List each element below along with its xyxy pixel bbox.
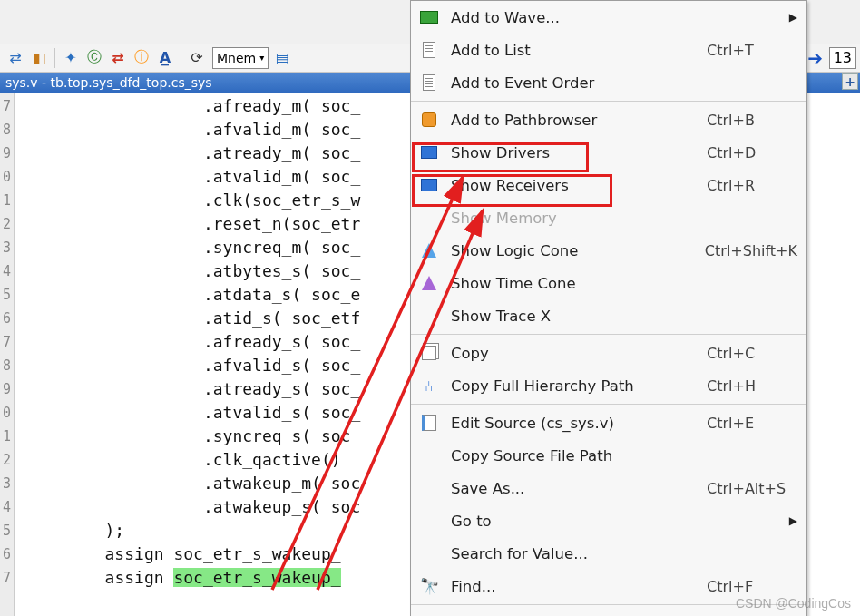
tool-icon-5[interactable]: ⇄ [108,48,128,68]
find-icon: 🔭 [416,573,442,599]
gutter-line: 2 [0,212,14,236]
gutter-line: 7 [0,94,14,118]
empty-icon [416,443,442,468]
menu-item-label: Add to Pathbrowser [451,112,698,129]
menu-item-show-logic-cone[interactable]: Show Logic ConeCtrl+Shift+K [411,234,806,267]
menu-item-label: Find... [451,578,698,595]
gutter-line: 8 [0,354,14,377]
menu-separator [411,334,806,335]
menu-item-save-as[interactable]: Save As...Ctrl+Alt+S [411,472,806,504]
menu-item-copy-full-hierarchy-path[interactable]: ⑃Copy Full Hierarchy PathCtrl+H [411,369,806,402]
toolbar-separator [54,48,55,68]
mnemonic-combo[interactable]: Mnem ▾ [212,47,269,69]
menu-item-shortcut: Ctrl+T [707,42,797,59]
tool-icon-1[interactable]: ⇄ [5,48,25,68]
menu-item-shortcut: Ctrl+E [707,415,797,432]
watermark: CSDN @CodingCos [736,596,851,611]
gutter-line: 3 [0,236,14,259]
gutter-line: 3 [0,472,14,495]
list-icon [416,37,442,63]
mnemonic-combo-value: Mnem [217,51,256,65]
file-path: sys.v - tb.top.sys_dfd_top.cs_sys [5,75,212,90]
menu-item-add-to-wave[interactable]: Add to Wave...▶ [411,1,806,34]
menu-item-shortcut: Ctrl+Shift+K [705,242,797,259]
empty-icon [416,205,442,230]
line-number-value: 13 [834,49,852,66]
gutter-line: 4 [0,495,14,519]
menu-item-label: Go to [451,513,780,530]
menu-item-copy-source-file-path[interactable]: Copy Source File Path [411,439,806,472]
gutter-line: 0 [0,401,14,425]
event-icon [416,70,442,95]
menu-item-shortcut: Ctrl+F [707,578,797,595]
chevron-down-icon: ▾ [259,53,264,63]
line-number-input[interactable]: 13 [829,47,856,69]
gutter-line: 5 [0,519,14,543]
menu-item-label: Save As... [451,480,698,497]
menu-item-show-time-cone[interactable]: Show Time Cone [411,267,806,299]
context-menu[interactable]: Add to Wave...▶Add to ListCtrl+TAdd to E… [410,0,807,616]
tool-icon-last[interactable]: ▤ [272,48,292,68]
gutter-line: 4 [0,259,14,283]
menu-item-add-to-event-order[interactable]: Add to Event Order [411,66,806,99]
menu-item-label: Show Logic Cone [451,242,696,259]
gutter-line: 9 [0,377,14,401]
menu-item-show-drivers[interactable]: Show DriversCtrl+D [411,136,806,169]
menu-item-label: Add to Wave... [451,9,780,26]
menu-item-copy[interactable]: CopyCtrl+C [411,337,806,369]
menu-item-show-receivers[interactable]: Show ReceiversCtrl+R [411,169,806,201]
menu-item-label: Add to List [451,42,698,59]
tool-icon-3[interactable]: ✦ [61,48,81,68]
menu-item-shortcut: Ctrl+Alt+S [707,480,797,497]
menu-item-shortcut: Ctrl+D [707,144,797,161]
menu-item-search-for-value[interactable]: Search for Value... [411,537,806,570]
gutter-line: 0 [0,165,14,189]
menu-item-add-to-pathbrowser[interactable]: Add to PathbrowserCtrl+B [411,103,806,136]
tool-icon-2[interactable]: ◧ [29,48,49,68]
menu-item-label: Copy Full Hierarchy Path [451,377,698,395]
menu-item-label: Show Drivers [451,144,698,161]
menu-item-shortcut: Ctrl+R [707,177,797,194]
tool-icon-a[interactable]: A̲ [155,48,175,68]
expand-button[interactable]: + [842,73,858,90]
menu-item-go-to[interactable]: Go to▶ [411,504,806,537]
time-cone-icon [416,270,442,296]
menu-item-label: Search for Value... [451,545,797,562]
submenu-arrow-icon: ▶ [789,11,797,24]
menu-item-edit-source-cs-sys-v[interactable]: Edit Source (cs_sys.v)Ctrl+E [411,406,806,439]
gutter-line: 6 [0,307,14,330]
gutter-line: 5 [0,283,14,307]
path-icon [416,107,442,132]
receivers-icon [416,172,442,198]
wave-icon [416,5,442,30]
menu-item-label: Edit Source (cs_sys.v) [451,415,698,432]
gutter-line: 9 [0,142,14,165]
menu-item-add-to-list[interactable]: Add to ListCtrl+T [411,34,806,66]
menu-item-label: Add to Event Order [451,74,797,92]
submenu-arrow-icon: ▶ [789,514,797,527]
menu-item-show-trace-x[interactable]: Show Trace X [411,299,806,332]
gutter-line: 7 [0,566,14,590]
menu-item-shortcut: Ctrl+C [707,345,797,362]
tool-icon-4[interactable]: Ⓒ [84,48,104,68]
empty-icon [416,303,442,328]
arrow-right-icon[interactable]: ➔ [806,48,826,68]
menu-item-label: Show Trace X [451,308,797,325]
gutter-line: 1 [0,189,14,212]
menu-separator [411,404,806,405]
menu-item-label: Copy [451,345,698,362]
menu-item-label: Show Memory [451,210,797,227]
copy-icon [416,340,442,366]
info-icon[interactable]: ⓘ [132,48,151,68]
menu-item-label: Show Receivers [451,177,698,194]
empty-icon [416,541,442,566]
gutter-line: 8 [0,118,14,142]
menu-item-shortcut: Ctrl+H [707,377,797,395]
slice-icon [416,611,442,616]
refresh-icon[interactable]: ⟳ [187,48,207,68]
menu-item-label: Show Time Cone [451,275,797,292]
edit-icon [416,410,442,435]
logic-cone-icon [416,238,442,263]
gutter-line: 2 [0,448,14,472]
toolbar-separator [181,48,181,68]
